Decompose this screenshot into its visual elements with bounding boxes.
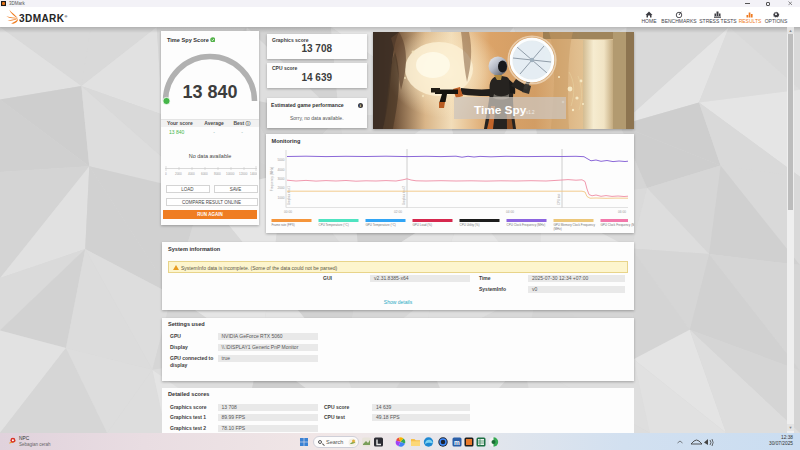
svg-text:m: m — [454, 438, 460, 445]
